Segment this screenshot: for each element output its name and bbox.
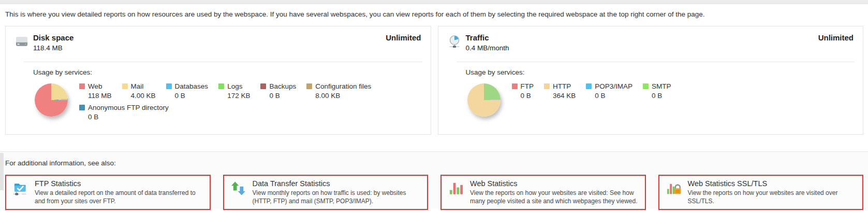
web-statistics-title[interactable]: Web Statistics bbox=[470, 179, 640, 188]
disk-card-titles: Disk space 118.4 MB bbox=[33, 33, 73, 52]
web-statistics-ssl-tls-description: View the reports on how your websites ar… bbox=[688, 189, 858, 205]
traffic-card-value: 0.4 MB/month bbox=[466, 44, 509, 52]
intro-text: This is where you view detailed reports … bbox=[5, 10, 863, 18]
web-statistics-ssl-tls-text: Web Statistics SSL/TLS View the reports … bbox=[688, 179, 858, 205]
data-transfer-statistics-description: View monthly reports on how traffic is u… bbox=[253, 189, 422, 205]
disk-card-header: Disk space 118.4 MB Unlimited bbox=[6, 26, 431, 52]
legend-item-ftp: FTP 0 B bbox=[512, 82, 534, 100]
web-statistics-description: View the reports on how your websites ar… bbox=[470, 189, 640, 205]
legend-value: 0 B bbox=[586, 92, 632, 100]
traffic-card-limit: Unlimited bbox=[818, 33, 854, 42]
legend-swatch-pop3-imap bbox=[586, 83, 592, 89]
legend-item-pop3-imap: POP3/IMAP 0 B bbox=[586, 82, 632, 100]
legend-label: Mail bbox=[131, 82, 144, 90]
web-statistics-ssl-tls-title[interactable]: Web Statistics SSL/TLS bbox=[688, 179, 858, 188]
see-also-section: For additional information, see also: FT… bbox=[0, 151, 868, 209]
legend-swatch-http bbox=[544, 83, 550, 89]
legend-value: 4.00 KB bbox=[122, 92, 156, 100]
see-also-heading: For additional information, see also: bbox=[5, 159, 868, 167]
ftp-statistics-description: View a detailed report on the amount of … bbox=[35, 189, 204, 205]
left-edge-strip bbox=[0, 153, 4, 190]
legend-value: 172 KB bbox=[218, 92, 250, 100]
bar-chart-icon bbox=[448, 180, 464, 196]
legend-swatch-web bbox=[79, 83, 85, 89]
traffic-card-titles: Traffic 0.4 MB/month bbox=[466, 33, 509, 52]
legend-item-logs: Logs 172 KB bbox=[218, 82, 250, 100]
legend-label: Anonymous FTP directory bbox=[88, 104, 169, 111]
legend-label: Web bbox=[88, 82, 102, 90]
legend-value: 118 MB bbox=[79, 92, 112, 100]
traffic-card-title: Traffic bbox=[466, 33, 509, 42]
legend-label: Configuration files bbox=[315, 82, 371, 90]
legend-value: 8.00 KB bbox=[306, 92, 371, 100]
top-strip bbox=[0, 0, 868, 4]
legend-item-http: HTTP 364 KB bbox=[544, 82, 576, 100]
legend-label: HTTP bbox=[553, 82, 571, 90]
legend-swatch-databases bbox=[166, 83, 172, 89]
ftp-statistics-text: FTP Statistics View a detailed report on… bbox=[35, 179, 204, 205]
transfer-arrows-icon bbox=[230, 180, 246, 196]
legend-label: FTP bbox=[521, 82, 534, 90]
legend-label: SMTP bbox=[652, 82, 671, 90]
data-transfer-statistics-link[interactable]: Data Transfer Statistics View monthly re… bbox=[223, 175, 429, 210]
legend-swatch-configuration-files bbox=[306, 83, 312, 89]
traffic-card-divider bbox=[457, 62, 855, 62]
traffic-card-header: Traffic 0.4 MB/month Unlimited bbox=[438, 26, 863, 52]
legend-label: Backups bbox=[269, 82, 296, 90]
traffic-usage-legend: FTP 0 B HTTP 364 KB POP3/IMAP 0 B SMTP 0… bbox=[512, 82, 822, 104]
traffic-usage-by-services-label: Usage by services: bbox=[466, 68, 854, 76]
legend-value: 0 B bbox=[260, 92, 296, 100]
traffic-usage-row: FTP 0 B HTTP 364 KB POP3/IMAP 0 B SMTP 0… bbox=[467, 82, 854, 117]
legend-item-databases: Databases 0 B bbox=[166, 82, 209, 100]
legend-swatch-ftp bbox=[512, 83, 518, 89]
legend-value: 0 B bbox=[512, 92, 534, 100]
legend-item-web: Web 118 MB bbox=[79, 82, 112, 100]
traffic-pie-clock-icon bbox=[448, 35, 461, 48]
disk-card-limit: Unlimited bbox=[386, 33, 421, 42]
legend-swatch-anonymous-ftp bbox=[79, 105, 85, 110]
legend-item-mail: Mail 4.00 KB bbox=[122, 82, 156, 100]
disk-usage-pie-chart bbox=[35, 83, 68, 117]
ftp-statistics-title[interactable]: FTP Statistics bbox=[35, 179, 204, 188]
usage-cards: Disk space 118.4 MB Unlimited Usage by s… bbox=[5, 26, 863, 135]
disk-usage-legend: Web 118 MB Mail 4.00 KB Databases 0 B Lo… bbox=[79, 82, 390, 125]
legend-swatch-logs bbox=[218, 83, 224, 89]
ftp-folder-icon bbox=[12, 180, 28, 196]
web-statistics-ssl-tls-link[interactable]: Web Statistics SSL/TLS View the reports … bbox=[658, 175, 864, 210]
legend-swatch-backups bbox=[260, 83, 266, 89]
traffic-usage-pie-chart bbox=[467, 83, 501, 117]
disk-usage-row: Web 118 MB Mail 4.00 KB Databases 0 B Lo… bbox=[35, 82, 421, 125]
legend-item-backups: Backups 0 B bbox=[260, 82, 296, 100]
web-statistics-link[interactable]: Web Statistics View the reports on how y… bbox=[440, 175, 646, 210]
legend-swatch-smtp bbox=[643, 83, 649, 89]
legend-item-anonymous-ftp: Anonymous FTP directory 0 B bbox=[79, 104, 169, 121]
legend-value: 364 KB bbox=[544, 92, 576, 100]
legend-label: POP3/IMAP bbox=[595, 82, 632, 90]
legend-label: Databases bbox=[175, 82, 209, 90]
disk-space-card: Disk space 118.4 MB Unlimited Usage by s… bbox=[5, 26, 431, 135]
web-statistics-text: Web Statistics View the reports on how y… bbox=[470, 179, 640, 205]
legend-swatch-mail bbox=[122, 83, 128, 89]
legend-value: 0 B bbox=[166, 92, 209, 100]
legend-label: Logs bbox=[227, 82, 242, 90]
disk-usage-by-services-label: Usage by services: bbox=[33, 68, 421, 76]
data-transfer-statistics-title[interactable]: Data Transfer Statistics bbox=[253, 179, 422, 188]
legend-item-configuration-files: Configuration files 8.00 KB bbox=[306, 82, 371, 100]
disk-card-divider bbox=[24, 62, 422, 62]
ftp-statistics-link[interactable]: FTP Statistics View a detailed report on… bbox=[5, 175, 211, 210]
disk-card-value: 118.4 MB bbox=[33, 44, 73, 52]
legend-value: 0 B bbox=[79, 113, 169, 121]
hard-drive-icon bbox=[15, 35, 28, 48]
see-also-grid: FTP Statistics View a detailed report on… bbox=[5, 175, 863, 210]
bar-chart-lock-icon bbox=[666, 180, 682, 196]
data-transfer-statistics-text: Data Transfer Statistics View monthly re… bbox=[253, 179, 422, 205]
traffic-card: Traffic 0.4 MB/month Unlimited Usage by … bbox=[438, 26, 864, 135]
legend-value: 0 B bbox=[643, 92, 671, 100]
legend-item-smtp: SMTP 0 B bbox=[643, 82, 671, 100]
disk-card-title: Disk space bbox=[33, 33, 73, 42]
